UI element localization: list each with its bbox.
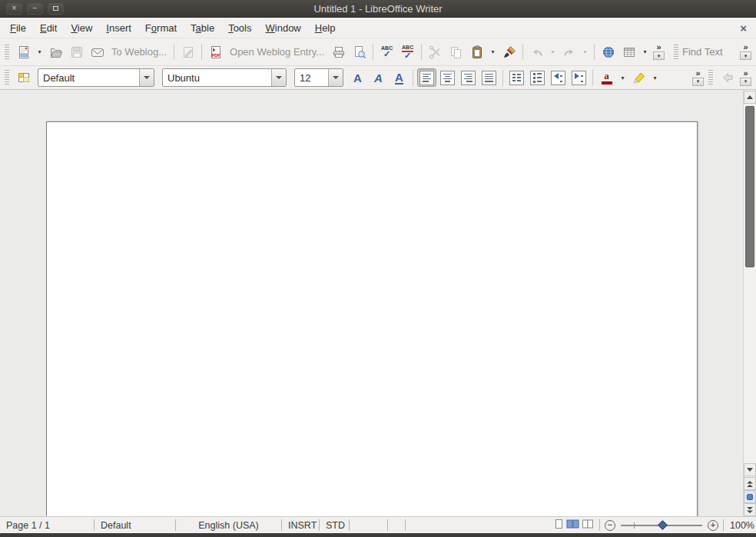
redo-button[interactable] [559, 42, 579, 62]
status-divider [349, 519, 350, 531]
scroll-down-button[interactable] [744, 463, 756, 476]
page-style-status[interactable]: Default [94, 520, 175, 531]
single-page-view-button[interactable] [554, 519, 564, 532]
menu-help[interactable]: Help [308, 19, 343, 37]
font-size-input[interactable] [295, 69, 328, 86]
font-name-dropdown[interactable] [271, 69, 286, 86]
auto-spellcheck-button[interactable]: ABC✓ [398, 42, 417, 62]
zoom-in-button[interactable]: + [708, 520, 718, 531]
underline-button[interactable]: A [390, 68, 409, 87]
cut-button[interactable] [426, 42, 445, 62]
find-toolbar-overflow[interactable]: » ▾ [740, 44, 751, 60]
window-minimize-button[interactable]: − [27, 3, 43, 15]
page-number-status[interactable]: Page 1 / 1 [0, 520, 94, 531]
bullet-list-button[interactable] [528, 68, 547, 87]
redo-dropdown[interactable]: ▾ [580, 42, 590, 62]
email-document-button[interactable] [88, 42, 107, 62]
insert-table-button[interactable] [619, 42, 638, 62]
paragraph-style-dropdown[interactable] [139, 69, 154, 86]
menu-insert[interactable]: Insert [99, 19, 138, 37]
increase-indent-button[interactable] [569, 68, 589, 87]
export-pdf-button[interactable]: PDF [206, 42, 225, 62]
open-weblog-button[interactable]: Open Weblog Entry... [226, 46, 328, 58]
table-icon [622, 45, 637, 60]
menu-tools[interactable]: Tools [221, 19, 258, 37]
spelling-button[interactable]: ABC✓ [377, 42, 396, 62]
new-document-dropdown[interactable]: ▾ [35, 42, 45, 62]
print-preview-button[interactable] [350, 42, 369, 62]
menu-window[interactable]: Window [259, 19, 308, 37]
insert-table-dropdown[interactable]: ▾ [640, 42, 650, 62]
font-name-input[interactable] [163, 69, 271, 86]
paragraph-style-combo[interactable] [38, 68, 154, 87]
align-left-button[interactable] [417, 68, 436, 87]
secondary-toolbar-overflow[interactable]: » ▾ [740, 70, 751, 86]
multi-page-view-button[interactable] [566, 519, 579, 532]
window-title: Untitled 1 - LibreOffice Writer [0, 3, 756, 15]
navigation-button[interactable] [744, 490, 756, 503]
secondary-toolbar-grip[interactable] [708, 70, 713, 85]
highlighting-button[interactable] [629, 68, 648, 87]
zoom-slider[interactable]: − + [605, 520, 718, 531]
decrease-indent-button[interactable] [549, 68, 568, 87]
selection-mode-status[interactable]: STD [320, 520, 349, 531]
toolbar-separator [502, 70, 503, 86]
window-maximize-button[interactable] [48, 3, 64, 15]
font-size-combo[interactable] [294, 68, 343, 87]
numbered-list-button[interactable] [507, 68, 526, 87]
undo-dropdown[interactable]: ▾ [548, 42, 558, 62]
find-toolbar-grip[interactable] [674, 45, 678, 60]
copy-button[interactable] [446, 42, 466, 62]
paste-button[interactable] [467, 42, 486, 62]
menu-format[interactable]: Format [138, 19, 184, 37]
zoom-percent-status[interactable]: 100% [724, 520, 756, 531]
previous-page-button[interactable] [744, 477, 756, 490]
font-name-combo[interactable] [162, 68, 287, 87]
nav-back-button[interactable] [718, 68, 737, 87]
open-button[interactable] [46, 42, 65, 62]
align-right-button[interactable] [459, 68, 478, 87]
to-weblog-button[interactable]: To Weblog... [108, 46, 171, 58]
zoom-slider-track[interactable] [621, 525, 702, 526]
styles-button[interactable] [14, 68, 33, 87]
standard-toolbar-overflow[interactable]: » ▾ [653, 44, 665, 60]
toolbar-grip[interactable] [5, 70, 9, 85]
window-close-button[interactable]: × [6, 3, 22, 15]
scrollbar-thumb[interactable] [745, 106, 754, 267]
menu-table[interactable]: Table [184, 19, 221, 37]
align-center-button[interactable] [438, 68, 457, 87]
vertical-scrollbar[interactable] [743, 90, 756, 516]
justify-button[interactable] [479, 68, 499, 87]
format-paintbrush-button[interactable] [499, 42, 519, 62]
save-button[interactable] [67, 42, 86, 62]
italic-button[interactable]: A [369, 68, 388, 87]
menu-view[interactable]: View [64, 19, 99, 37]
font-color-button[interactable]: a [597, 68, 616, 87]
hyperlink-button[interactable] [598, 42, 618, 62]
paste-dropdown[interactable]: ▾ [488, 42, 498, 62]
menu-file[interactable]: File [3, 19, 33, 37]
toolbar-grip[interactable] [5, 45, 9, 60]
titlebar[interactable]: × − Untitled 1 - LibreOffice Writer [0, 0, 756, 18]
zoom-slider-thumb[interactable] [658, 520, 668, 530]
paragraph-style-input[interactable] [38, 69, 139, 86]
print-button[interactable] [329, 42, 348, 62]
scroll-up-button[interactable] [744, 91, 756, 104]
language-status[interactable]: English (USA) [176, 520, 281, 531]
next-page-button[interactable] [744, 503, 756, 516]
find-input[interactable] [682, 46, 738, 58]
new-document-button[interactable] [14, 42, 33, 62]
edit-file-button[interactable] [178, 42, 197, 62]
undo-button[interactable] [527, 42, 546, 62]
font-color-dropdown[interactable]: ▾ [618, 68, 628, 87]
document-page[interactable] [46, 121, 698, 516]
zoom-out-button[interactable]: − [605, 520, 615, 531]
book-view-button[interactable] [582, 519, 595, 532]
highlighting-dropdown[interactable]: ▾ [650, 68, 660, 87]
font-size-dropdown[interactable] [328, 69, 343, 86]
close-document-icon[interactable]: × [734, 22, 753, 35]
insert-mode-status[interactable]: INSRT [282, 520, 319, 531]
formatting-toolbar-overflow[interactable]: » ▾ [692, 70, 704, 86]
menu-edit[interactable]: Edit [33, 19, 64, 37]
bold-button[interactable]: A [348, 68, 367, 87]
